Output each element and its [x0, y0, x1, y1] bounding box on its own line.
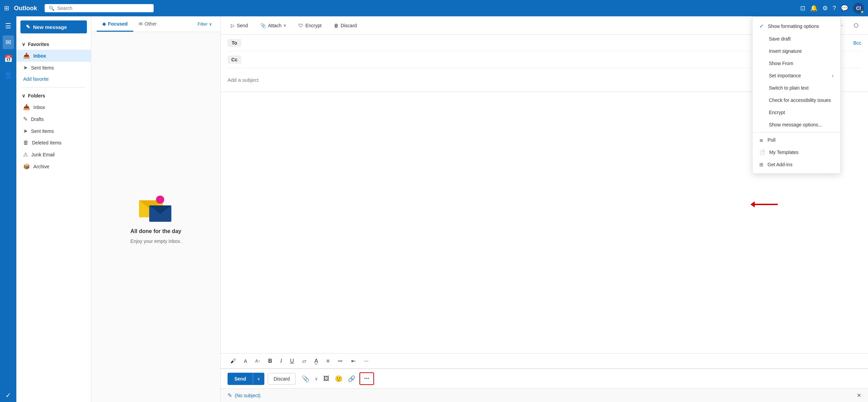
dropdown-item-poll[interactable]: ≣ Poll — [753, 134, 840, 146]
mail-tabs: ◈ Focused ✉ Other Filter ∨ — [91, 16, 220, 32]
nav-divider — [22, 87, 86, 88]
checkmark-sidebar-icon[interactable]: ✓ — [3, 389, 14, 402]
calendar-sidebar-icon[interactable]: 📅 — [1, 52, 15, 65]
red-arrow-indicator — [750, 198, 778, 211]
highlight-button[interactable]: ▱ — [299, 356, 309, 366]
chevron-down-folders-icon: ∨ — [22, 93, 25, 98]
drafts-icon: ✎ — [23, 116, 28, 122]
hamburger-icon[interactable]: ☰ — [2, 19, 14, 33]
folders-header[interactable]: ∨ Folders — [16, 90, 91, 101]
brush-format-button[interactable]: 🖌 — [228, 357, 238, 366]
grid-icon[interactable]: ⊞ — [4, 4, 9, 12]
expand-compose-button[interactable]: ⬡ — [851, 20, 861, 31]
draft-title[interactable]: (No subject) — [235, 393, 260, 398]
left-sidebar: ☰ ✉ 📅 👤 ✓ — [0, 16, 16, 402]
tab-other[interactable]: ✉ Other — [133, 16, 162, 32]
encrypt-icon: 🛡 — [298, 23, 303, 28]
deleted-icon: 🗑 — [23, 140, 29, 146]
discard-toolbar-button[interactable]: 🗑 Discard — [330, 21, 360, 30]
encrypt-toolbar-button[interactable]: 🛡 Encrypt — [295, 21, 325, 30]
italic-button[interactable]: I — [278, 357, 284, 366]
font-size-up-button[interactable]: A↑ — [252, 357, 263, 365]
compose-plus-icon: ✎ — [26, 24, 30, 30]
attach-toolbar-button[interactable]: 📎 Attach ∨ — [257, 21, 290, 30]
favorites-section: ∨ Favorites 📥 Inbox ➤ Sent Items Add fav… — [16, 37, 91, 86]
align-button[interactable]: ≡ — [324, 357, 332, 366]
draft-close-button[interactable]: ✕ — [857, 392, 861, 399]
send-more-button[interactable]: ··· — [359, 372, 374, 385]
importance-arrow-icon: › — [832, 73, 834, 78]
feedback-icon[interactable]: 💬 — [841, 4, 848, 12]
avatar[interactable]: Cl — [853, 3, 864, 14]
template-icon: 📄 — [759, 150, 765, 155]
folders-section: ∨ Folders 📥 Inbox ✎ Drafts ➤ Sent Items … — [16, 89, 91, 174]
dropdown-item-show-from[interactable]: Show From — [753, 57, 840, 69]
top-nav: ⊞ Outlook 🔍 ⊡ 🔔 ⚙ ? 💬 Cl — [0, 0, 868, 16]
format-toolbar: 🖌 A A↑ B I U ▱ A̲ ≡ ≔ ⇤ ··· — [221, 353, 868, 369]
favorites-header[interactable]: ∨ Favorites — [16, 39, 91, 50]
discard-button[interactable]: Discard — [268, 373, 295, 385]
sidebar-item-inbox-favorites[interactable]: 📥 Inbox — [16, 50, 91, 62]
chevron-down-icon: ∨ — [22, 42, 25, 47]
bold-button[interactable]: B — [265, 357, 275, 366]
nav-panel: ✎ New message ∨ Favorites 📥 Inbox ➤ Sent… — [16, 16, 91, 402]
sidebar-item-deleted[interactable]: 🗑 Deleted Items — [16, 137, 91, 149]
font-color-button[interactable]: A̲ — [312, 356, 321, 366]
help-icon[interactable]: ? — [833, 5, 836, 12]
sidebar-item-archive[interactable]: 📦 Archive — [16, 160, 91, 172]
image-send-icon[interactable]: 🖼 — [322, 374, 331, 384]
sidebar-item-junk[interactable]: ⚠ Junk Email — [16, 149, 91, 160]
send-button[interactable]: Send — [228, 373, 253, 385]
people-sidebar-icon[interactable]: 👤 — [1, 68, 15, 82]
dropdown-item-insert-signature[interactable]: Insert signature — [753, 45, 840, 57]
underline-button[interactable]: U — [287, 357, 297, 366]
search-bar[interactable]: 🔍 — [45, 4, 154, 12]
empty-state: All done for the day Enjoy your empty in… — [91, 32, 220, 402]
format-more-button[interactable]: ··· — [361, 357, 371, 366]
sidebar-item-drafts[interactable]: ✎ Drafts — [16, 113, 91, 125]
add-favorite-link[interactable]: Add favorite — [16, 74, 91, 84]
send-toolbar-button[interactable]: ▷ Send — [228, 21, 251, 30]
dropdown-item-show-formatting[interactable]: ✓ Show formatting options — [753, 19, 840, 33]
top-nav-icons: ⊡ 🔔 ⚙ ? 💬 Cl — [800, 3, 864, 14]
sidebar-item-inbox[interactable]: 📥 Inbox — [16, 101, 91, 113]
emoji-send-icon[interactable]: 🙂 — [334, 374, 344, 384]
dropdown-item-encrypt[interactable]: Encrypt — [753, 106, 840, 119]
attach-dropdown-send-icon[interactable]: ∨ — [313, 375, 319, 383]
mail-sidebar-icon[interactable]: ✉ — [3, 35, 14, 49]
link-send-icon[interactable]: 🔗 — [346, 374, 357, 384]
dropdown-item-set-importance[interactable]: Set importance › — [753, 69, 840, 82]
list-button[interactable]: ≔ — [335, 356, 346, 366]
new-message-button[interactable]: ✎ New message — [20, 20, 87, 33]
mail-list: ◈ Focused ✉ Other Filter ∨ — [91, 16, 221, 402]
cc-label-button[interactable]: Cc — [228, 56, 241, 64]
sidebar-item-sent-favorites[interactable]: ➤ Sent Items — [16, 62, 91, 74]
archive-icon: 📦 — [23, 163, 30, 170]
svg-point-4 — [156, 196, 164, 204]
filter-button[interactable]: Filter ∨ — [195, 20, 215, 28]
attach-send-icon[interactable]: 📎 — [300, 374, 311, 384]
dropdown-item-accessibility[interactable]: Check for accessibility issues — [753, 94, 840, 106]
app-title: Outlook — [14, 5, 37, 12]
bell-icon[interactable]: 🔔 — [810, 4, 818, 12]
check-icon: ✓ — [759, 23, 764, 29]
tab-focused[interactable]: ◈ Focused — [97, 16, 133, 32]
font-size-button[interactable]: A — [241, 357, 250, 365]
empty-title: All done for the day — [130, 228, 181, 234]
to-label-button[interactable]: To — [228, 39, 241, 47]
sidebar-item-sent[interactable]: ➤ Sent Items — [16, 125, 91, 137]
dropdown-item-message-options[interactable]: Show message options... — [753, 119, 840, 131]
send-dropdown-button[interactable]: ∨ — [253, 373, 264, 385]
settings-icon[interactable]: ⚙ — [822, 4, 828, 12]
dropdown-divider-1 — [753, 132, 840, 133]
search-icon: 🔍 — [49, 5, 55, 11]
dropdown-item-save-draft[interactable]: Save draft — [753, 33, 840, 45]
empty-subtitle: Enjoy your empty inbox. — [130, 238, 181, 244]
bcc-button[interactable]: Bcc — [853, 40, 861, 46]
dropdown-item-plain-text[interactable]: Switch to plain text — [753, 82, 840, 94]
dropdown-item-get-addins[interactable]: ⊞ Get Add-ins — [753, 158, 840, 171]
dropdown-item-my-templates[interactable]: 📄 My Templates — [753, 146, 840, 158]
search-input[interactable] — [57, 5, 150, 11]
indent-button[interactable]: ⇤ — [348, 356, 358, 366]
compose-icon[interactable]: ⊡ — [800, 4, 805, 12]
